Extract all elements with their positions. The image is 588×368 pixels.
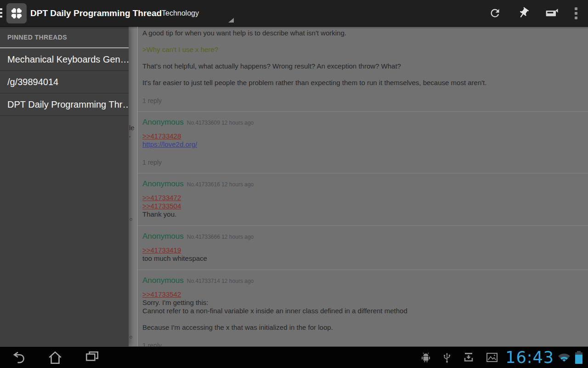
drawer-item[interactable]: Mechanical Keyboards Gen… bbox=[0, 48, 129, 71]
drawer-list: Mechanical Keyboards Gen…/g/39894014DPT … bbox=[0, 48, 129, 116]
drawer-item[interactable]: /g/39894014 bbox=[0, 71, 129, 93]
refresh-icon bbox=[489, 7, 501, 19]
post-text: Thank you. bbox=[142, 210, 582, 218]
post-header: AnonymousNo.41733714 12 hours ago bbox=[142, 276, 582, 285]
app-logo-button[interactable] bbox=[6, 3, 27, 23]
reply-icon bbox=[545, 7, 559, 19]
post[interactable]: AnonymousNo.41733714 12 hours ago>>41733… bbox=[138, 270, 588, 346]
poster-name: Anonymous bbox=[142, 232, 184, 241]
replies-count[interactable]: 1 reply bbox=[142, 342, 582, 346]
clock: 16:43 bbox=[505, 347, 554, 368]
clipped-text-fragment: o bbox=[130, 334, 132, 339]
underlay: le’oo bbox=[129, 27, 138, 346]
pin-button[interactable] bbox=[509, 0, 537, 26]
home-button[interactable] bbox=[37, 347, 74, 368]
android-debug-icon bbox=[421, 352, 431, 363]
post[interactable]: A good tip for when you want help is to … bbox=[138, 27, 588, 112]
post-meta: No.41733714 12 hours ago bbox=[187, 278, 254, 284]
drawer-header: PINNED THREADS bbox=[0, 27, 129, 48]
overflow-menu-icon bbox=[574, 7, 578, 19]
quote-link[interactable]: >>41733542 bbox=[142, 290, 582, 299]
quote-link[interactable]: >>41733419 bbox=[142, 246, 582, 254]
post-meta: No.41733666 12 hours ago bbox=[187, 234, 254, 240]
action-bar: DPT Daily Programming Thread Technology bbox=[0, 0, 588, 27]
system-nav-bar: 16:43 bbox=[0, 346, 588, 368]
post-text: Sorry. I'm getting this: bbox=[142, 299, 582, 307]
quote-link[interactable]: >>41733472 bbox=[142, 194, 582, 202]
blank-line bbox=[142, 70, 582, 79]
replies-count[interactable]: 1 reply bbox=[142, 159, 582, 166]
poster-name: Anonymous bbox=[142, 276, 184, 285]
page-title: DPT Daily Programming Thread bbox=[30, 0, 162, 26]
poster-name: Anonymous bbox=[142, 179, 184, 188]
post-text: Because I'm accessing the x that was ini… bbox=[142, 323, 582, 332]
recent-apps-button[interactable] bbox=[74, 347, 110, 368]
spinner-caret-icon bbox=[228, 18, 234, 23]
clipped-text-fragment: ’ bbox=[129, 134, 130, 142]
post[interactable]: AnonymousNo.41733666 12 hours ago>>41733… bbox=[138, 226, 588, 270]
refresh-button[interactable] bbox=[481, 0, 509, 26]
pin-icon bbox=[517, 7, 530, 19]
reply-button[interactable] bbox=[537, 0, 566, 26]
recent-apps-icon bbox=[84, 349, 100, 366]
clover-logo-icon bbox=[8, 5, 25, 22]
clipped-text-fragment: le bbox=[129, 124, 135, 132]
post-header: AnonymousNo.41733666 12 hours ago bbox=[142, 232, 582, 241]
menu-icon[interactable] bbox=[0, 8, 2, 19]
poster-name: Anonymous bbox=[142, 118, 184, 126]
post-list: A good tip for when you want help is to … bbox=[138, 27, 588, 346]
post[interactable]: AnonymousNo.41733609 12 hours ago>>41733… bbox=[138, 112, 588, 173]
post-meta: No.41733616 12 hours ago bbox=[187, 181, 254, 188]
post-text: It's far easier to just tell people the … bbox=[142, 79, 582, 87]
replies-count[interactable]: 1 reply bbox=[142, 97, 582, 104]
screenshot-image-icon bbox=[486, 352, 498, 362]
back-button[interactable] bbox=[0, 347, 37, 368]
quote-link[interactable]: >>41733504 bbox=[142, 202, 582, 210]
download-done-icon bbox=[463, 352, 474, 363]
home-icon bbox=[47, 349, 63, 366]
thread-view[interactable]: A good tip for when you want help is to … bbox=[138, 27, 588, 346]
post[interactable]: AnonymousNo.41733616 12 hours ago>>41733… bbox=[138, 173, 588, 226]
quote-link[interactable]: >>41733428 bbox=[142, 132, 582, 140]
navigation-drawer: PINNED THREADS Mechanical Keyboards Gen…… bbox=[0, 27, 129, 346]
url-link[interactable]: https://love2d.org/ bbox=[142, 140, 582, 149]
post-text: Cannot refer to a non-final variable x i… bbox=[142, 307, 582, 315]
usb-icon bbox=[443, 351, 451, 363]
post-text: That's not helpful, what actually happen… bbox=[142, 62, 582, 70]
post-meta: No.41733609 12 hours ago bbox=[187, 120, 254, 126]
overflow-menu-button[interactable] bbox=[566, 0, 586, 26]
board-spinner[interactable]: Technology bbox=[162, 0, 199, 26]
blank-line bbox=[142, 54, 582, 62]
drawer-item[interactable]: DPT Daily Programming Thr… bbox=[0, 93, 129, 116]
post-text: A good tip for when you want help is to … bbox=[142, 29, 582, 37]
greentext: >Why can't I use x here? bbox=[142, 46, 582, 54]
battery-icon bbox=[575, 351, 582, 364]
wifi-icon bbox=[558, 352, 571, 362]
post-header: AnonymousNo.41733609 12 hours ago bbox=[142, 118, 582, 127]
back-icon bbox=[10, 349, 27, 366]
post-header: AnonymousNo.41733616 12 hours ago bbox=[142, 179, 582, 189]
blank-line bbox=[142, 315, 582, 323]
blank-line bbox=[142, 37, 582, 46]
status-tray: 16:43 bbox=[409, 347, 582, 368]
post-text: too much whitespace bbox=[142, 254, 582, 263]
clipped-text-fragment: o bbox=[130, 216, 132, 222]
